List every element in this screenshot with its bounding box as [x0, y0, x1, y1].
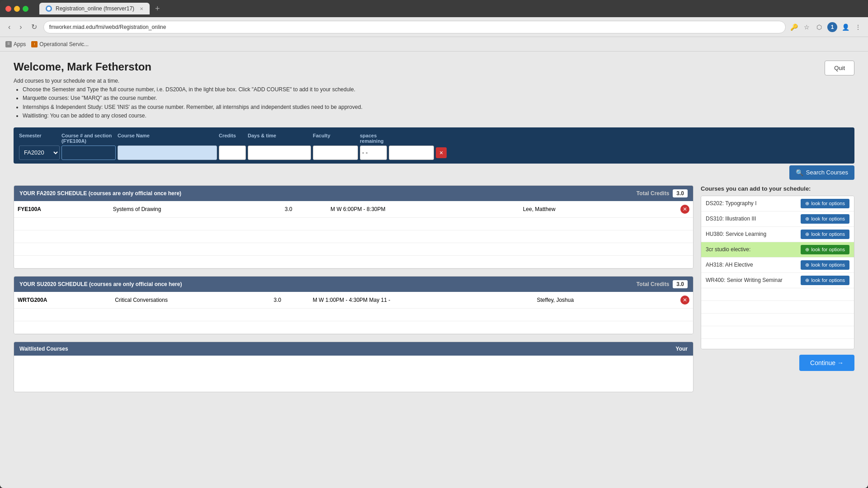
list-item: [701, 314, 854, 326]
star-icon[interactable]: ☆: [802, 23, 811, 32]
course-days-cell: M W 1:00PM - 4:30PM May 11 -: [309, 292, 533, 309]
search-courses-button[interactable]: 🔍 Search Courses: [789, 165, 854, 180]
menu-icon[interactable]: ⋮: [854, 23, 863, 32]
clear-button[interactable]: ×: [436, 147, 447, 158]
tab-close-icon[interactable]: ✕: [140, 6, 143, 11]
waitlist-block: Waitlisted Courses Your: [14, 342, 693, 392]
apps-label: Apps: [14, 41, 26, 47]
forward-button[interactable]: ›: [17, 21, 24, 33]
table-row: FYE100A Systems of Drawing 3.0 M W 6:00P…: [14, 201, 693, 218]
instructions-list: Choose the Semester and Type the full co…: [23, 85, 363, 120]
active-tab[interactable]: Registration_online (fmserver17) ✕: [39, 3, 150, 14]
extension-icon[interactable]: ⬡: [815, 23, 824, 32]
apps-grid-icon: ⠿: [5, 41, 12, 47]
empty-row: [14, 255, 693, 268]
col-header-action: [436, 133, 447, 144]
look-icon: ⊕: [805, 262, 809, 268]
fa2020-credits-badge: 3.0: [673, 189, 688, 197]
list-item: HU380: Service Learning ⊕ look for optio…: [701, 227, 854, 242]
empty-row: [14, 321, 693, 333]
waitlist-body: [14, 356, 693, 392]
su2020-total-credits: Total Credits 3.0: [637, 280, 688, 288]
svg-point-0: [47, 7, 51, 10]
address-bar[interactable]: fmworker.miad.edu/fmi/webd/Registration_…: [43, 21, 786, 33]
look-label: look for options: [811, 262, 845, 267]
col-header-spaces: spacesremaining: [360, 133, 387, 144]
inner-page: Welcome, Mark Fetherston Add courses to …: [0, 52, 868, 488]
continue-button[interactable]: Continue →: [799, 355, 854, 371]
sidebar-title: Courses you can add to your schedule:: [701, 185, 854, 192]
quit-button[interactable]: Quit: [825, 61, 854, 75]
reload-button[interactable]: ↻: [28, 21, 40, 33]
back-button[interactable]: ‹: [5, 21, 13, 33]
look-for-options-button[interactable]: ⊕ look for options: [801, 260, 849, 270]
remove-fa2020-course-button[interactable]: ✕: [680, 205, 689, 214]
empty-row: [14, 230, 693, 243]
days-input[interactable]: [248, 145, 311, 160]
look-for-options-button[interactable]: ⊕ look for options: [801, 214, 849, 224]
tab-title: Registration_online (fmserver17): [56, 5, 134, 12]
close-traffic-light[interactable]: [5, 6, 11, 12]
look-for-options-button[interactable]: ⊕ look for options: [801, 199, 849, 208]
toolbar-icons: 🔑 ☆ ⬡ 1 👤 ⋮: [789, 22, 863, 32]
course-label: WR400: Senior Writing Seminar: [706, 277, 783, 283]
look-icon: ⊕: [805, 247, 809, 253]
su2020-credits-label: Total Credits: [637, 281, 669, 287]
account-badge-icon[interactable]: 1: [827, 22, 837, 32]
empty-row: [14, 308, 693, 321]
browser-window: Registration_online (fmserver17) ✕ + ‹ ›…: [0, 0, 868, 488]
su2020-schedule-block: YOUR SU2020 SCHEDULE (courses are only o…: [14, 276, 693, 334]
list-item: WR400: Senior Writing Seminar ⊕ look for…: [701, 273, 854, 288]
course-faculty-cell: Steffey, Joshua: [533, 292, 650, 309]
look-icon: ⊕: [805, 201, 809, 206]
waitlist-title: Waitlisted Courses: [19, 346, 68, 352]
bookmarks-bar: ⠿ Apps ! Operational Servic...: [0, 37, 868, 52]
list-item: AH318: AH Elective ⊕ look for options: [701, 258, 854, 273]
misc-input[interactable]: [389, 145, 434, 160]
minimize-traffic-light[interactable]: [14, 6, 20, 12]
course-num-cell: FYE100A: [14, 201, 109, 218]
course-label: DS202: Typography I: [706, 200, 757, 206]
list-item: [701, 326, 854, 339]
faculty-input[interactable]: [313, 145, 358, 160]
add-tab-button[interactable]: +: [155, 4, 160, 14]
bookmark-apps[interactable]: ⠿ Apps: [5, 41, 26, 47]
look-for-options-button[interactable]: ⊕ look for options: [801, 230, 849, 239]
look-for-options-button[interactable]: ⊕ look for options: [801, 276, 849, 285]
course-label: AH318: AH Elective: [706, 262, 753, 268]
course-days-cell: M W 6:00PM - 8:30PM: [327, 201, 519, 218]
list-item: [701, 339, 854, 349]
remove-cell: ✕: [642, 201, 693, 218]
list-item: 3cr studio elective: ⊕ look for options: [701, 242, 854, 258]
days-text: M W 1:00PM - 4:30PM: [313, 297, 368, 303]
fa2020-title: YOUR FA2020 SCHEDULE (courses are only o…: [19, 190, 181, 197]
semester-select[interactable]: FA2020 SU2020: [19, 145, 60, 160]
instruction-2: Marquette courses: Use "MARQ" as the cou…: [23, 94, 363, 103]
course-name-input[interactable]: [118, 145, 217, 160]
look-label: look for options: [811, 247, 845, 252]
empty-row: [14, 243, 693, 255]
list-item: [701, 301, 854, 314]
remove-su2020-course-button[interactable]: ✕: [680, 296, 689, 305]
bookmark-operational[interactable]: ! Operational Servic...: [31, 41, 89, 47]
traffic-lights: [5, 6, 28, 12]
course-number-input[interactable]: [61, 145, 116, 160]
course-entry-form: Semester Course # and section(FYE100A) C…: [14, 127, 854, 164]
maximize-traffic-light[interactable]: [23, 6, 28, 12]
course-num: WRTG200A: [18, 297, 47, 303]
col-header-course: Course # and section(FYE100A): [61, 133, 116, 144]
title-bar: Registration_online (fmserver17) ✕ +: [0, 0, 868, 17]
schedule-section: YOUR FA2020 SCHEDULE (courses are only o…: [14, 185, 693, 392]
tab-bar: Registration_online (fmserver17) ✕ +: [36, 3, 863, 14]
col-header-misc: [389, 133, 434, 144]
look-icon: ⊕: [805, 277, 809, 283]
profile-icon[interactable]: 👤: [841, 23, 850, 32]
su2020-title: YOUR SU2020 SCHEDULE (courses are only o…: [19, 281, 182, 287]
welcome-title: Welcome, Mark Fetherston: [14, 61, 363, 73]
toolbar: ‹ › ↻ fmworker.miad.edu/fmi/webd/Registr…: [0, 17, 868, 37]
spaces-input[interactable]: [360, 145, 387, 160]
course-credits-cell: 3.0: [270, 292, 309, 309]
look-for-options-button[interactable]: ⊕ look for options: [801, 245, 849, 254]
course-num: FYE100A: [18, 206, 41, 212]
credits-input[interactable]: [219, 145, 246, 160]
